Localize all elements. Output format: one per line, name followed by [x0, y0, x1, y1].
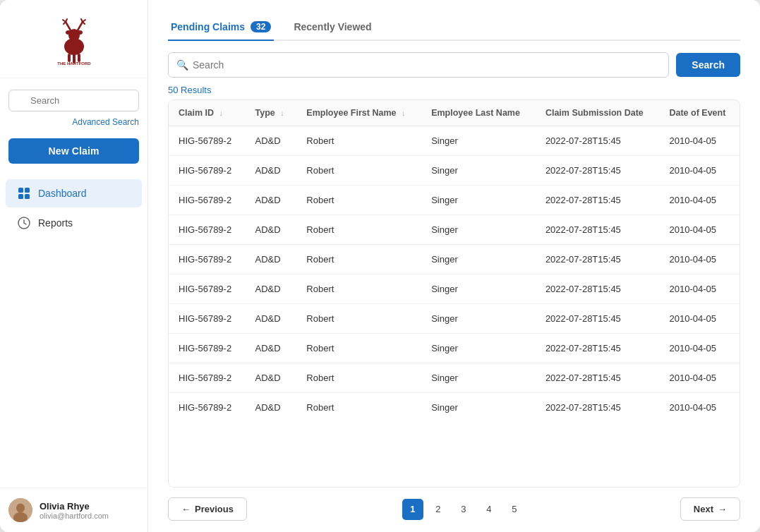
cell-date-of-event: 2010-04-05 — [659, 363, 740, 393]
app-window: THE HARTFORD 🔍 Advanced Search New Claim — [0, 0, 760, 532]
claims-table-wrapper: Claim ID ↓ Type ↓ Employee First Name ↓ — [168, 99, 740, 488]
svg-point-22 — [16, 504, 25, 513]
cell-date-of-event: 2010-04-05 — [659, 334, 740, 363]
svg-rect-17 — [25, 188, 30, 193]
cell-last-name: Singer — [421, 393, 536, 423]
cell-submission-date: 2022-07-28T15:45 — [536, 393, 660, 423]
results-count: 50 Results — [168, 85, 740, 95]
search-bar-wrap: 🔍 — [168, 52, 669, 78]
cell-last-name: Singer — [421, 274, 536, 304]
cell-first-name: Robert — [296, 274, 421, 304]
cell-submission-date: 2022-07-28T15:45 — [536, 334, 660, 363]
cell-date-of-event: 2010-04-05 — [659, 156, 740, 186]
cell-claim-id: HIG-56789-2 — [169, 363, 246, 393]
table-row[interactable]: HIG-56789-2 AD&D Robert Singer 2022-07-2… — [169, 393, 740, 423]
page-4-button[interactable]: 4 — [478, 499, 500, 520]
next-button[interactable]: Next → — [680, 497, 740, 521]
cell-first-name: Robert — [296, 363, 421, 393]
user-area: Olivia Rhye olivia@hartford.com — [0, 488, 147, 532]
cell-claim-id: HIG-56789-2 — [169, 245, 246, 274]
cell-last-name: Singer — [421, 186, 536, 215]
cell-date-of-event: 2010-04-05 — [659, 186, 740, 215]
page-5-button[interactable]: 5 — [504, 499, 525, 520]
col-type[interactable]: Type ↓ — [246, 100, 297, 126]
cell-submission-date: 2022-07-28T15:45 — [536, 274, 660, 304]
sidebar: THE HARTFORD 🔍 Advanced Search New Claim — [0, 0, 148, 532]
cell-type: AD&D — [246, 126, 297, 156]
table-row[interactable]: HIG-56789-2 AD&D Robert Singer 2022-07-2… — [169, 186, 740, 215]
cell-type: AD&D — [246, 215, 297, 245]
user-info: Olivia Rhye olivia@hartford.com — [40, 501, 109, 520]
sidebar-item-dashboard[interactable]: Dashboard — [6, 179, 142, 207]
tab-recently-viewed[interactable]: Recently Viewed — [291, 14, 374, 41]
cell-first-name: Robert — [296, 334, 421, 363]
svg-rect-18 — [18, 194, 23, 199]
table-row[interactable]: HIG-56789-2 AD&D Robert Singer 2022-07-2… — [169, 274, 740, 304]
search-button[interactable]: Search — [676, 53, 740, 77]
svg-line-6 — [78, 22, 83, 30]
svg-rect-16 — [18, 188, 23, 193]
cell-last-name: Singer — [421, 126, 536, 156]
reports-label: Reports — [38, 217, 73, 229]
cell-claim-id: HIG-56789-2 — [169, 274, 246, 304]
col-claim-id[interactable]: Claim ID ↓ — [169, 100, 246, 126]
col-date-of-event: Date of Event — [659, 100, 740, 126]
page-2-button[interactable]: 2 — [428, 499, 449, 520]
cell-claim-id: HIG-56789-2 — [169, 334, 246, 363]
previous-button[interactable]: ← Previous — [168, 497, 247, 521]
new-claim-button[interactable]: New Claim — [8, 138, 139, 164]
tab-pending-claims[interactable]: Pending Claims 32 — [168, 14, 274, 41]
svg-point-10 — [66, 30, 71, 35]
sidebar-search-input[interactable] — [8, 90, 139, 111]
cell-submission-date: 2022-07-28T15:45 — [536, 215, 660, 245]
svg-text:THE HARTFORD: THE HARTFORD — [57, 61, 91, 66]
cell-submission-date: 2022-07-28T15:45 — [536, 304, 660, 334]
sidebar-search-area: 🔍 — [0, 78, 147, 114]
table-row[interactable]: HIG-56789-2 AD&D Robert Singer 2022-07-2… — [169, 156, 740, 186]
table-body: HIG-56789-2 AD&D Robert Singer 2022-07-2… — [169, 126, 740, 423]
table-row[interactable]: HIG-56789-2 AD&D Robert Singer 2022-07-2… — [169, 215, 740, 245]
cell-submission-date: 2022-07-28T15:45 — [536, 156, 660, 186]
table-row[interactable]: HIG-56789-2 AD&D Robert Singer 2022-07-2… — [169, 126, 740, 156]
cell-first-name: Robert — [296, 245, 421, 274]
cell-last-name: Singer — [421, 245, 536, 274]
col-first-name[interactable]: Employee First Name ↓ — [296, 100, 421, 126]
cell-last-name: Singer — [421, 334, 536, 363]
cell-type: AD&D — [246, 274, 297, 304]
cell-last-name: Singer — [421, 363, 536, 393]
cell-type: AD&D — [246, 245, 297, 274]
table-row[interactable]: HIG-56789-2 AD&D Robert Singer 2022-07-2… — [169, 304, 740, 334]
main-search-icon: 🔍 — [176, 59, 188, 71]
tab-recently-viewed-label: Recently Viewed — [294, 21, 371, 32]
cell-date-of-event: 2010-04-05 — [659, 126, 740, 156]
dashboard-label: Dashboard — [38, 188, 87, 199]
next-arrow-icon: → — [718, 504, 727, 514]
cell-type: AD&D — [246, 156, 297, 186]
table-header-row: Claim ID ↓ Type ↓ Employee First Name ↓ — [169, 100, 740, 126]
svg-line-9 — [81, 19, 83, 22]
search-bar-row: 🔍 Search — [168, 52, 740, 78]
cell-type: AD&D — [246, 334, 297, 363]
cell-submission-date: 2022-07-28T15:45 — [536, 186, 660, 215]
claims-table: Claim ID ↓ Type ↓ Employee First Name ↓ — [169, 100, 740, 422]
advanced-search-link[interactable]: Advanced Search — [0, 114, 147, 133]
sidebar-item-reports[interactable]: Reports — [6, 209, 142, 237]
cell-last-name: Singer — [421, 304, 536, 334]
cell-claim-id: HIG-56789-2 — [169, 304, 246, 334]
table-row[interactable]: HIG-56789-2 AD&D Robert Singer 2022-07-2… — [169, 334, 740, 363]
dashboard-icon — [17, 186, 31, 200]
cell-first-name: Robert — [296, 215, 421, 245]
cell-date-of-event: 2010-04-05 — [659, 393, 740, 423]
cell-claim-id: HIG-56789-2 — [169, 156, 246, 186]
company-logo: THE HARTFORD — [53, 17, 95, 66]
svg-line-5 — [66, 19, 67, 22]
page-3-button[interactable]: 3 — [453, 499, 474, 520]
cell-submission-date: 2022-07-28T15:45 — [536, 126, 660, 156]
table-row[interactable]: HIG-56789-2 AD&D Robert Singer 2022-07-2… — [169, 363, 740, 393]
cell-date-of-event: 2010-04-05 — [659, 215, 740, 245]
main-search-input[interactable] — [168, 52, 669, 78]
table-row[interactable]: HIG-56789-2 AD&D Robert Singer 2022-07-2… — [169, 245, 740, 274]
page-1-button[interactable]: 1 — [402, 499, 423, 520]
svg-rect-19 — [25, 194, 30, 199]
cell-date-of-event: 2010-04-05 — [659, 274, 740, 304]
